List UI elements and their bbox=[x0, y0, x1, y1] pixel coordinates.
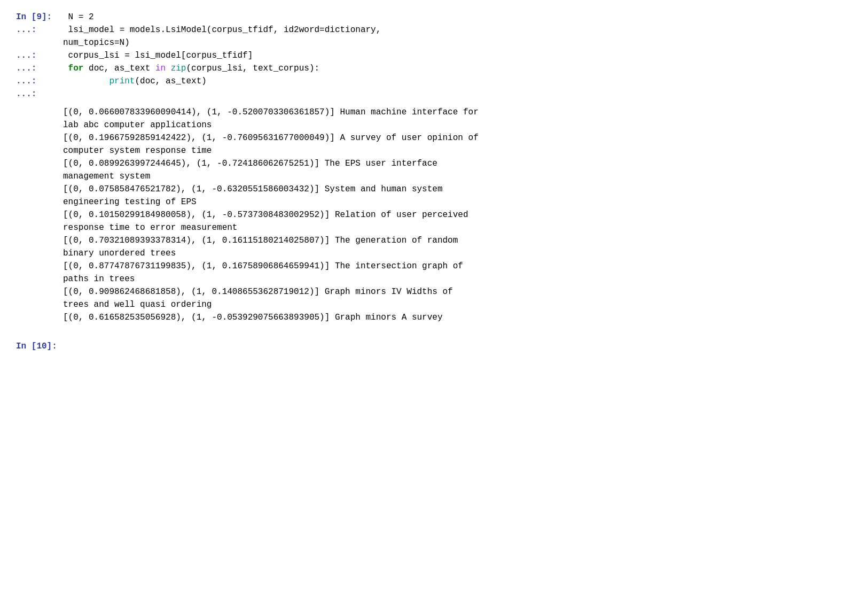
code-content-3: num_topics=N) bbox=[63, 36, 130, 49]
code-content-1: N = 2 bbox=[63, 11, 94, 24]
output-line-7: [(0, 0.075858476521782), (1, -0.63205515… bbox=[63, 183, 852, 196]
keyword-in: in bbox=[155, 64, 166, 73]
output-line-6: management system bbox=[63, 170, 852, 183]
keyword-for: for bbox=[68, 64, 84, 73]
output-line-12: binary unordered trees bbox=[63, 247, 852, 260]
builtin-zip: zip bbox=[171, 64, 186, 73]
output-line-1: [(0, 0.066007833960090414), (1, -0.52007… bbox=[63, 106, 852, 119]
output-line-4: computer system response time bbox=[63, 144, 852, 157]
output-line-17: [(0, 0.616582535056928), (1, -0.05392907… bbox=[63, 311, 852, 324]
output-line-8: engineering testing of EPS bbox=[63, 196, 852, 208]
output-line-9: [(0, 0.10150299184980058), (1, -0.573730… bbox=[63, 208, 852, 221]
code-content-6: print(doc, as_text) bbox=[63, 75, 207, 88]
continuation-prompt-7: ...: bbox=[16, 88, 59, 100]
code-line-5: ...: for doc, as_text in zip(corpus_lsi,… bbox=[16, 62, 852, 75]
builtin-print: print bbox=[109, 76, 135, 86]
code-line-4: ...: corpus_lsi = lsi_model[corpus_tfidf… bbox=[16, 49, 852, 62]
code-content-7 bbox=[63, 88, 68, 100]
continuation-prompt-6: ...: bbox=[16, 75, 59, 88]
notebook-cell: In [9]: N = 2 ...: lsi_model = models.Ls… bbox=[0, 0, 868, 363]
next-cell: In [10]: bbox=[16, 340, 852, 353]
output-line-5: [(0, 0.0899263997244645), (1, -0.7241860… bbox=[63, 157, 852, 170]
output-line-11: [(0, 0.70321089393378314), (1, 0.1611518… bbox=[63, 234, 852, 247]
code-content-2: lsi_model = models.LsiModel(corpus_tfidf… bbox=[63, 24, 381, 36]
code-content-4: corpus_lsi = lsi_model[corpus_tfidf] bbox=[63, 49, 253, 62]
code-line-6: ...: print(doc, as_text) bbox=[16, 75, 852, 88]
output-line-10: response time to error measurement bbox=[63, 221, 852, 234]
output-line-2: lab abc computer applications bbox=[63, 119, 852, 131]
continuation-prompt-2: ...: bbox=[16, 24, 59, 36]
code-line-1: In [9]: N = 2 bbox=[16, 11, 852, 24]
continuation-prompt-5: ...: bbox=[16, 62, 59, 75]
next-input-prompt: In [10]: bbox=[16, 340, 59, 353]
code-line-7: ...: bbox=[16, 88, 852, 100]
output-line-16: trees and well quasi ordering bbox=[63, 298, 852, 311]
output-line-13: [(0, 0.87747876731199835), (1, 0.1675890… bbox=[63, 260, 852, 273]
output-area: [(0, 0.066007833960090414), (1, -0.52007… bbox=[16, 100, 852, 329]
input-prompt: In [9]: bbox=[16, 11, 59, 24]
output-line-3: [(0, 0.19667592859142422), (1, -0.760956… bbox=[63, 131, 852, 144]
code-content-5: for doc, as_text in zip(corpus_lsi, text… bbox=[63, 62, 319, 75]
output-line-15: [(0, 0.909862468681858), (1, 0.140865536… bbox=[63, 285, 852, 298]
output-line-14: paths in trees bbox=[63, 273, 852, 285]
code-line-3: ...: num_topics=N) bbox=[16, 36, 852, 49]
code-line-2: ...: lsi_model = models.LsiModel(corpus_… bbox=[16, 24, 852, 36]
continuation-prompt-4: ...: bbox=[16, 49, 59, 62]
